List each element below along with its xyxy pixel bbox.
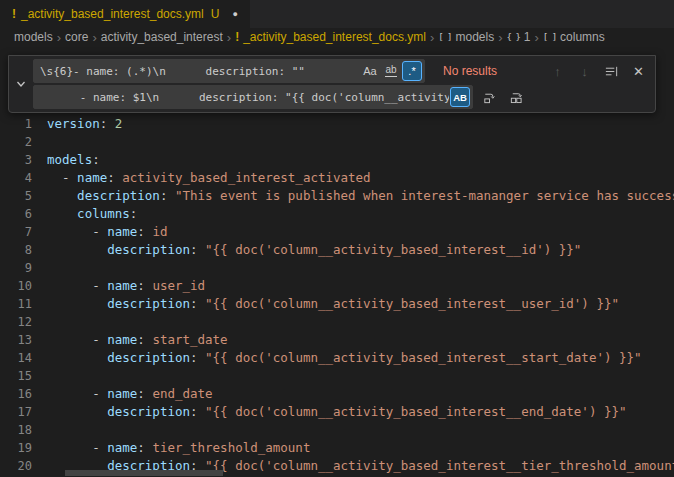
code-line[interactable]: - name: id xyxy=(47,223,674,241)
match-case-toggle[interactable]: Aa xyxy=(360,61,380,81)
modified-dot-icon[interactable]: ● xyxy=(232,9,237,19)
code-line[interactable]: - name: start_date xyxy=(47,331,674,349)
code-line[interactable]: models: xyxy=(47,151,674,169)
replace-input[interactable]: - name: $1\n description: "{{ doc('colum… xyxy=(33,85,473,109)
close-icon: ✕ xyxy=(633,64,644,79)
find-row: \s{6}- name: (.*)\n description: "" Aa a… xyxy=(33,59,649,83)
results-count: No results xyxy=(443,64,497,78)
code-line[interactable]: - name: activity_based_interest_activate… xyxy=(47,169,674,187)
breadcrumb-item[interactable]: [ ]models xyxy=(438,30,494,44)
close-button[interactable]: ✕ xyxy=(628,61,649,82)
line-number[interactable]: 8 xyxy=(0,241,32,259)
replace-value-text: - name: $1\n description: "{{ doc('colum… xyxy=(40,91,449,104)
line-number[interactable]: 17 xyxy=(0,403,32,421)
line-number[interactable]: 11 xyxy=(0,295,32,313)
code-line[interactable] xyxy=(47,421,674,439)
symbol-array-icon: [ ] xyxy=(543,32,556,42)
replace-row: - name: $1\n description: "{{ doc('colum… xyxy=(33,85,649,109)
breadcrumb-item[interactable]: [ ]columns xyxy=(543,30,605,44)
breadcrumb: models›core›activity_based_interest›!_ac… xyxy=(0,28,674,46)
symbol-array-icon: [ ] xyxy=(438,32,451,42)
line-number[interactable]: 15 xyxy=(0,367,32,385)
code-line[interactable]: - name: tier_threshold_amount xyxy=(47,439,674,457)
replace-all-button[interactable] xyxy=(506,87,527,108)
code-line[interactable] xyxy=(47,133,674,151)
line-number[interactable]: 19 xyxy=(0,439,32,457)
find-widget: \s{6}- name: (.*)\n description: "" Aa a… xyxy=(8,55,656,113)
breadcrumb-separator: › xyxy=(57,31,61,44)
line-number[interactable]: 20 xyxy=(0,457,32,475)
warning-icon: ! xyxy=(235,30,239,44)
breadcrumb-item[interactable]: core xyxy=(65,30,88,44)
code-line[interactable]: - name: end_date xyxy=(47,385,674,403)
editor: 1234567891011121314151617181920 version:… xyxy=(0,46,674,477)
tab-filename: _activity_based_interest_docs.yml xyxy=(21,7,204,21)
find-input[interactable]: \s{6}- name: (.*)\n description: "" Aa a… xyxy=(33,59,425,83)
replace-button[interactable] xyxy=(479,87,500,108)
breadcrumb-label: _activity_based_interest_docs.yml xyxy=(243,30,426,44)
code-line[interactable]: version: 2 xyxy=(47,115,674,133)
breadcrumb-separator: › xyxy=(92,31,96,44)
line-number[interactable]: 14 xyxy=(0,349,32,367)
line-number[interactable]: 10 xyxy=(0,277,32,295)
horizontal-scrollbar-thumb[interactable] xyxy=(65,470,223,476)
arrow-down-icon: ↓ xyxy=(581,64,588,79)
arrow-up-icon: ↑ xyxy=(554,64,561,79)
breadcrumb-label: 1 xyxy=(524,30,531,44)
code-line[interactable]: description: "{{ doc('column__activity_b… xyxy=(47,403,674,421)
line-number[interactable]: 4 xyxy=(0,169,32,187)
breadcrumb-item[interactable]: !_activity_based_interest_docs.yml xyxy=(235,30,426,44)
code-line[interactable]: columns: xyxy=(47,205,674,223)
breadcrumb-item[interactable]: activity_based_interest xyxy=(101,30,223,44)
breadcrumb-item[interactable]: models xyxy=(14,30,53,44)
line-number[interactable]: 3 xyxy=(0,151,32,169)
find-in-selection-button[interactable] xyxy=(601,61,622,82)
line-number[interactable]: 16 xyxy=(0,385,32,403)
toggle-replace-button[interactable] xyxy=(9,59,33,109)
line-number[interactable]: 2 xyxy=(0,133,32,151)
line-number[interactable]: 18 xyxy=(0,421,32,439)
code-line[interactable]: - name: user_id xyxy=(47,277,674,295)
breadcrumb-separator: › xyxy=(430,31,434,44)
previous-match-button[interactable]: ↑ xyxy=(547,61,568,82)
line-number[interactable]: 7 xyxy=(0,223,32,241)
code-line[interactable]: description: "This event is published wh… xyxy=(47,187,674,205)
code-line[interactable] xyxy=(47,259,674,277)
whole-word-icon: ab xyxy=(385,65,396,77)
symbol-object-icon: { } xyxy=(507,32,520,42)
line-number[interactable]: 12 xyxy=(0,313,32,331)
replace-icon xyxy=(482,90,497,105)
tab-bar: ! _activity_based_interest_docs.yml U ● xyxy=(0,0,674,28)
chevron-down-icon xyxy=(15,78,27,90)
line-number[interactable]: 5 xyxy=(0,187,32,205)
breadcrumb-separator: › xyxy=(498,31,502,44)
breadcrumb-label: columns xyxy=(560,30,605,44)
code-line[interactable]: description: "{{ doc('column__activity_b… xyxy=(47,295,674,313)
breadcrumb-label: activity_based_interest xyxy=(101,30,223,44)
code-line[interactable] xyxy=(47,367,674,385)
breadcrumb-label: models xyxy=(14,30,53,44)
breadcrumb-separator: › xyxy=(535,31,539,44)
line-number[interactable]: 6 xyxy=(0,205,32,223)
code-line[interactable]: description: "{{ doc('column__activity_b… xyxy=(47,349,674,367)
whole-word-toggle[interactable]: ab xyxy=(381,61,401,81)
replace-all-icon xyxy=(509,90,524,105)
breadcrumb-item[interactable]: { }1 xyxy=(507,30,531,44)
line-number[interactable]: 9 xyxy=(0,259,32,277)
git-status-badge: U xyxy=(211,7,220,21)
breadcrumb-label: models xyxy=(456,30,495,44)
find-in-selection-icon xyxy=(604,64,619,79)
find-query-text: \s{6}- name: (.*)\n description: "" xyxy=(40,65,359,78)
warning-icon: ! xyxy=(12,7,16,21)
line-number[interactable]: 13 xyxy=(0,331,32,349)
preserve-case-toggle[interactable]: AB xyxy=(450,87,470,107)
breadcrumb-separator: › xyxy=(227,31,231,44)
next-match-button[interactable]: ↓ xyxy=(574,61,595,82)
line-number[interactable]: 1 xyxy=(0,115,32,133)
code-line[interactable]: description: "{{ doc('column__activity_b… xyxy=(47,241,674,259)
regex-toggle[interactable]: .* xyxy=(402,61,422,81)
breadcrumb-label: core xyxy=(65,30,88,44)
code-line[interactable] xyxy=(47,313,674,331)
tab-activity-based-interest-docs[interactable]: ! _activity_based_interest_docs.yml U ● xyxy=(0,0,250,28)
